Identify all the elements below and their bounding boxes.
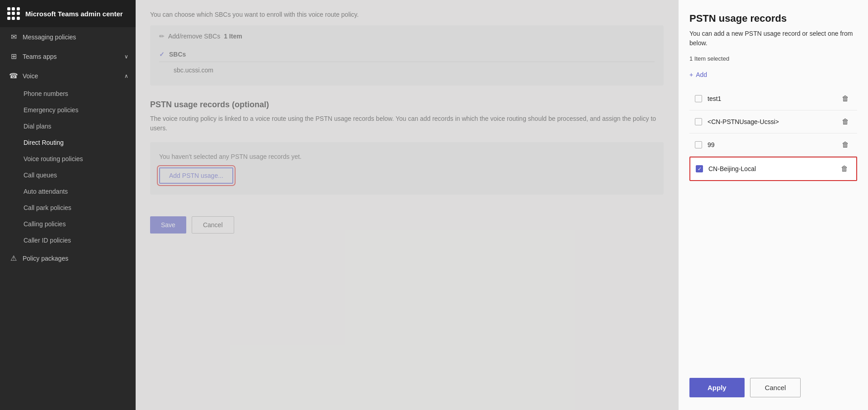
sidebar-sub-item-label: Calling policies (24, 220, 66, 228)
app-title: Microsoft Teams admin center (25, 10, 123, 18)
pstn-item-label-test1: test1 (708, 95, 834, 102)
sidebar: Microsoft Teams admin center ✉ Messaging… (0, 0, 136, 410)
sidebar-item-label: Messaging policies (23, 33, 76, 41)
plus-icon: + (689, 71, 693, 78)
pstn-list-item-cn-beijing[interactable]: ✓ CN-Beijing-Local 🗑 (689, 157, 857, 181)
right-panel-selected-count: 1 Item selected (689, 55, 857, 62)
sidebar-sub-item-label: Call park policies (24, 204, 71, 211)
sidebar-sub-item-label: Dial plans (24, 123, 51, 130)
sidebar-item-voice[interactable]: ☎ Voice ∧ (0, 66, 136, 86)
pstn-checkbox-test1[interactable] (695, 95, 702, 102)
pstn-item-label-99: 99 (708, 141, 834, 148)
pstn-delete-99[interactable]: 🗑 (839, 140, 852, 150)
chevron-down-icon: ∨ (124, 53, 128, 60)
content-overlay (136, 0, 678, 410)
sidebar-sub-item-voice-routing-policies[interactable]: Voice routing policies (0, 151, 136, 167)
add-label: Add (696, 71, 707, 78)
pstn-list-item-cn-pstn[interactable]: <CN-PSTNUsage-Ucssi> 🗑 (689, 110, 857, 133)
pstn-records-list: test1 🗑 <CN-PSTNUsage-Ucssi> 🗑 99 🗑 ✓ CN… (689, 87, 857, 367)
pstn-delete-cn-beijing[interactable]: 🗑 (838, 164, 851, 174)
pstn-delete-cn-pstn[interactable]: 🗑 (839, 117, 852, 127)
pstn-item-label-cn-beijing: CN-Beijing-Local (708, 165, 833, 172)
sidebar-sub-item-dial-plans[interactable]: Dial plans (0, 118, 136, 134)
pstn-checkbox-cn-pstn[interactable] (695, 118, 702, 125)
sidebar-item-teams-apps[interactable]: ⊞ Teams apps ∨ (0, 47, 136, 66)
sidebar-sub-item-caller-id-policies[interactable]: Caller ID policies (0, 232, 136, 248)
sidebar-sub-item-label: Auto attendants (24, 188, 68, 195)
sidebar-sub-item-call-queues[interactable]: Call queues (0, 167, 136, 183)
pstn-item-label-cn-pstn: <CN-PSTNUsage-Ucssi> (708, 118, 834, 125)
sidebar-sub-item-calling-policies[interactable]: Calling policies (0, 216, 136, 232)
messaging-icon: ✉ (9, 33, 18, 41)
chevron-up-icon: ∧ (124, 73, 128, 79)
sidebar-sub-item-direct-routing[interactable]: Direct Routing (0, 134, 136, 151)
pstn-list-item-99[interactable]: 99 🗑 (689, 133, 857, 157)
sidebar-sub-item-label: Emergency policies (24, 106, 78, 114)
app-grid-icon (7, 7, 20, 20)
sidebar-sub-item-call-park-policies[interactable]: Call park policies (0, 200, 136, 216)
right-panel: PSTN usage records You can add a new PST… (678, 0, 868, 410)
teams-apps-icon: ⊞ (9, 52, 18, 61)
sidebar-sub-item-label: Phone numbers (24, 90, 68, 97)
right-panel-actions: Apply Cancel (689, 367, 857, 397)
right-panel-cancel-button[interactable]: Cancel (750, 378, 801, 397)
sidebar-sub-item-label: Call queues (24, 172, 57, 179)
sidebar-item-policy-packages[interactable]: ⚠ Policy packages (0, 248, 136, 268)
sidebar-sub-item-label: Direct Routing (24, 139, 64, 146)
right-panel-description: You can add a new PSTN usage record or s… (689, 29, 857, 48)
pstn-delete-test1[interactable]: 🗑 (839, 94, 852, 104)
pstn-checkbox-99[interactable] (695, 141, 702, 148)
sidebar-sub-item-phone-numbers[interactable]: Phone numbers (0, 86, 136, 102)
sidebar-sub-item-label: Voice routing policies (24, 155, 83, 162)
content-panel: You can choose which SBCs you want to en… (136, 0, 678, 410)
right-panel-title: PSTN usage records (689, 13, 857, 24)
policy-packages-icon: ⚠ (9, 254, 18, 262)
sidebar-sub-item-auto-attendants[interactable]: Auto attendants (0, 183, 136, 200)
apply-button[interactable]: Apply (689, 378, 745, 397)
sidebar-sub-item-label: Caller ID policies (24, 237, 71, 244)
app-header: Microsoft Teams admin center (0, 0, 136, 27)
sidebar-item-label: Voice (23, 72, 38, 80)
sidebar-item-messaging-policies[interactable]: ✉ Messaging policies (0, 27, 136, 47)
pstn-checkbox-cn-beijing[interactable]: ✓ (696, 165, 703, 172)
sidebar-item-label: Teams apps (23, 53, 57, 60)
pstn-list-item-test1[interactable]: test1 🗑 (689, 87, 857, 110)
sidebar-item-label: Policy packages (23, 255, 68, 262)
add-new-record-button[interactable]: + Add (689, 71, 857, 78)
main-area: You can choose which SBCs you want to en… (136, 0, 868, 410)
phone-icon: ☎ (9, 72, 18, 80)
sidebar-nav: ✉ Messaging policies ⊞ Teams apps ∨ ☎ Vo… (0, 27, 136, 410)
sidebar-sub-item-emergency-policies[interactable]: Emergency policies (0, 102, 136, 118)
